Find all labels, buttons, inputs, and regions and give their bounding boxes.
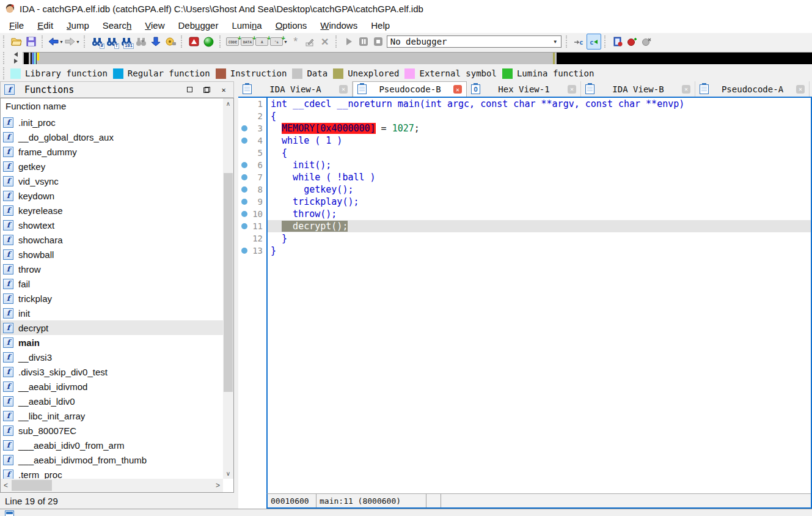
function-list-item[interactable]: trickplay	[1, 291, 223, 306]
code-text[interactable]: init();	[266, 159, 811, 171]
float-button[interactable]	[203, 86, 210, 94]
scroll-right-icon[interactable]	[213, 479, 223, 492]
function-list-item[interactable]: ___aeabi_idiv0_from_arm	[1, 438, 223, 452]
code-text[interactable]: int __cdecl __noreturn main(int argc, co…	[266, 98, 811, 110]
navband-right-button[interactable]	[12, 59, 20, 64]
function-list-item[interactable]: throw	[1, 262, 223, 276]
search-next-button[interactable]	[134, 34, 148, 50]
legend-handle[interactable]	[3, 67, 7, 79]
pseudocode-line-8[interactable]: 8 getkey();	[238, 183, 811, 196]
functions-panel-header[interactable]: Functions	[0, 81, 234, 98]
code-text[interactable]: }	[266, 232, 811, 245]
toolbar-handle[interactable]	[604, 35, 608, 48]
menu-debugger[interactable]: Debugger	[172, 19, 225, 32]
forward-dropdown-caret[interactable]: ▼	[76, 40, 80, 44]
debugger-pause-button[interactable]	[356, 34, 371, 50]
make-string-button[interactable]: 's+ ▼	[269, 34, 288, 50]
code-text[interactable]: }	[266, 245, 811, 257]
line-marker-dot[interactable]	[241, 174, 247, 180]
code-text[interactable]: while ( !ball )	[266, 171, 811, 183]
panel-splitter[interactable]	[234, 81, 238, 509]
line-marker-dot[interactable]	[241, 199, 247, 205]
tab-hex-view-1[interactable]: Hex View-1	[467, 81, 581, 97]
function-list-item[interactable]: __aeabi_idivmod	[1, 379, 223, 394]
line-marker-dot[interactable]	[241, 125, 247, 131]
delete-breakpoint-button[interactable]	[640, 34, 654, 50]
navband-left-button[interactable]	[12, 52, 20, 57]
function-list-item[interactable]: fail	[1, 276, 223, 291]
vertical-scrollbar[interactable]	[223, 98, 233, 479]
pseudocode-line-10[interactable]: 10 throw();	[238, 208, 811, 220]
make-name-button[interactable]: A+	[255, 34, 269, 50]
output-window-edge[interactable]	[0, 509, 812, 516]
search-binary-button[interactable]: #	[90, 34, 104, 50]
scroll-down-icon[interactable]	[223, 468, 233, 479]
tab-close-icon[interactable]	[339, 85, 348, 94]
add-breakpoint-button[interactable]	[625, 34, 640, 50]
code-text[interactable]: MEMORY[0x4000000] = 1027;	[266, 122, 811, 135]
debugger-run-button[interactable]	[342, 34, 356, 50]
code-text[interactable]: trickplay();	[266, 196, 811, 208]
search-immediate-button[interactable]: 101	[119, 34, 134, 50]
function-list-item[interactable]: main	[1, 335, 223, 350]
code-text[interactable]: {	[266, 110, 811, 122]
tab-close-icon[interactable]	[568, 85, 576, 94]
pseudocode-line-11[interactable]: 11 decrypt();	[238, 220, 811, 232]
toolbar-handle[interactable]	[84, 35, 87, 48]
tab-close-icon[interactable]	[682, 85, 690, 94]
pseudocode-line-3[interactable]: 3 MEMORY[0x4000000] = 1027;	[238, 122, 811, 135]
combo-dropdown-icon[interactable]: ▼	[550, 39, 561, 45]
scroll-left-icon[interactable]	[1, 479, 11, 492]
code-text[interactable]: {	[266, 147, 811, 159]
function-list-item[interactable]: keyrelease	[1, 203, 223, 218]
function-list-item[interactable]: showchara	[1, 232, 223, 247]
pseudocode-line-2[interactable]: 2{	[238, 110, 811, 122]
edit-button[interactable]	[303, 34, 318, 50]
function-list-item[interactable]: frame_dummy	[1, 144, 223, 159]
scroll-up-icon[interactable]	[223, 98, 233, 109]
pseudocode-line-7[interactable]: 7 while ( !ball )	[238, 171, 811, 183]
undefine-button[interactable]: ✕	[318, 34, 332, 50]
make-array-button[interactable]: *	[288, 34, 303, 50]
problems-button[interactable]	[187, 34, 202, 50]
tab-pseudocode-b[interactable]: Pseudocode-B	[353, 81, 467, 97]
toolbar-handle[interactable]	[42, 35, 45, 48]
tab-close-icon[interactable]	[453, 85, 462, 94]
toolbar-handle[interactable]	[566, 35, 569, 48]
pseudocode-line-5[interactable]: 5 {	[238, 147, 811, 159]
step-over-button[interactable]: c	[572, 34, 587, 50]
function-list-item[interactable]: __libc_init_array	[1, 408, 223, 423]
menu-search[interactable]: Search	[96, 19, 139, 32]
menu-jump[interactable]: Jump	[60, 19, 96, 32]
run-to-cursor-button[interactable]: c	[587, 34, 601, 50]
line-marker-dot[interactable]	[241, 186, 247, 193]
highlight-button[interactable]	[163, 34, 178, 50]
jump-to-address-button[interactable]	[148, 34, 163, 50]
function-list-item[interactable]: init	[1, 306, 223, 320]
function-list-item[interactable]: __do_global_dtors_aux	[1, 130, 223, 144]
open-file-button[interactable]	[9, 34, 24, 50]
function-list-item[interactable]: __divsi3	[1, 350, 223, 364]
code-text[interactable]: decrypt();	[266, 220, 811, 232]
menu-windows[interactable]: Windows	[313, 19, 364, 32]
vertical-scrollbar-thumb[interactable]	[224, 173, 233, 392]
debugger-select[interactable]: No debugger ▼	[387, 35, 561, 48]
function-list-item[interactable]: showball	[1, 247, 223, 262]
function-list-item[interactable]: .divsi3_skip_div0_test	[1, 364, 223, 379]
menu-file[interactable]: File	[2, 19, 31, 32]
tab-pseudocode-a[interactable]: Pseudocode-A	[695, 81, 810, 97]
maximize-button[interactable]	[186, 86, 193, 94]
menu-help[interactable]: Help	[364, 19, 397, 32]
tab-ida-view-a[interactable]: IDA View-A	[238, 81, 353, 97]
navigate-back-button[interactable]: ▼	[48, 34, 64, 50]
function-list-item[interactable]: .term_proc	[1, 467, 223, 479]
function-list-item[interactable]: sub_80007EC	[1, 423, 223, 438]
address-band[interactable]	[23, 52, 812, 64]
pseudocode-line-4[interactable]: 4 while ( 1 )	[238, 135, 811, 147]
debugger-stop-button[interactable]	[371, 34, 386, 50]
function-list-item[interactable]: keydown	[1, 188, 223, 203]
function-list-item[interactable]: decrypt	[1, 320, 223, 335]
close-panel-button[interactable]	[220, 86, 227, 94]
horizontal-scrollbar-thumb[interactable]	[12, 480, 52, 491]
function-list-item[interactable]: __aeabi_ldiv0	[1, 394, 223, 408]
